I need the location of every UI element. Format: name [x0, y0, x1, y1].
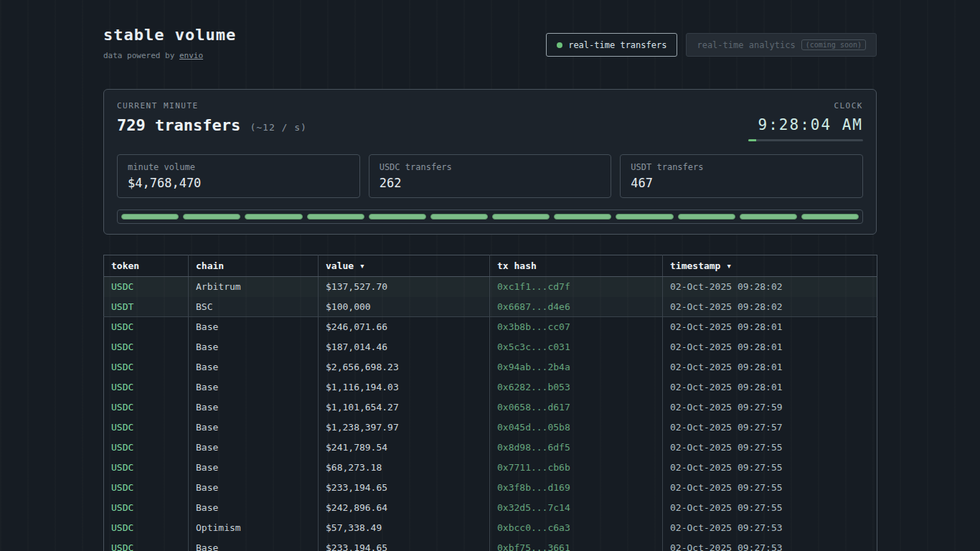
tx-hash-link[interactable]: 0x8d98...6df5 [490, 438, 663, 458]
table-header-row: token chain value ▾ tx hash timestamp ▾ [104, 255, 877, 277]
timestamp-cell: 02-Oct-2025 09:27:59 [663, 397, 877, 418]
clock-time: 9:28:04 AM [748, 116, 863, 133]
chain-cell: Base [189, 438, 319, 458]
value-cell: $233,194.65 [319, 478, 490, 498]
tx-hash-link[interactable]: 0x5c3c...c031 [490, 337, 663, 357]
page: stable volume data powered by envio real… [103, 0, 877, 551]
table-row: USDCBase$233,194.650xbf75...366102-Oct-2… [104, 538, 877, 551]
stat-value: 467 [631, 176, 852, 190]
chain-cell: Base [189, 478, 319, 498]
value-cell: $68,273.18 [319, 458, 490, 478]
token-cell: USDC [104, 518, 189, 538]
table-row: USDCBase$1,101,654.270x0658...d61702-Oct… [104, 397, 877, 418]
transfers-count-value: 729 transfers [117, 116, 240, 134]
token-cell: USDC [104, 458, 189, 478]
stat-label: minute volume [128, 162, 349, 172]
tab-label: real-time analytics [697, 40, 795, 50]
value-cell: $57,338.49 [319, 518, 490, 538]
tx-hash-link[interactable]: 0xc1f1...cd7f [490, 277, 663, 297]
column-header-timestamp-sort[interactable]: timestamp ▾ [663, 255, 877, 277]
tx-hash-link[interactable]: 0x6687...d4e6 [490, 297, 663, 317]
envio-link[interactable]: envio [179, 51, 203, 60]
activity-segment [678, 214, 735, 220]
chain-cell: Base [189, 397, 319, 418]
activity-segment [554, 214, 611, 220]
timestamp-cell: 02-Oct-2025 09:27:53 [663, 518, 877, 538]
activity-segment [801, 214, 859, 220]
token-cell: USDC [104, 337, 189, 357]
activity-segment [616, 214, 673, 220]
chain-cell: BSC [189, 297, 319, 317]
chain-cell: Base [189, 357, 319, 377]
tx-hash-link[interactable]: 0xbf75...3661 [490, 538, 663, 551]
stat-label: USDC transfers [380, 162, 601, 172]
table-row: USDCBase$1,116,194.030x6282...b05302-Oct… [104, 377, 877, 397]
brand: stable volume data powered by envio [103, 26, 236, 60]
activity-segment [121, 214, 179, 220]
table-row: USDCBase$68,273.180x7711...cb6b02-Oct-20… [104, 458, 877, 478]
tab-label: real-time transfers [568, 40, 666, 50]
activity-segment [307, 214, 364, 220]
tx-hash-link[interactable]: 0x32d5...7c14 [490, 498, 663, 518]
timestamp-cell: 02-Oct-2025 09:27:55 [663, 458, 877, 478]
activity-segment [430, 214, 488, 220]
current-minute-label: CURRENT MINUTE [117, 101, 307, 110]
stat-box-usdc-transfers: USDC transfers 262 [369, 154, 612, 198]
stat-box-usdt-transfers: USDT transfers 467 [620, 154, 863, 198]
token-cell: USDC [104, 317, 189, 337]
token-cell: USDT [104, 297, 189, 317]
tx-hash-link[interactable]: 0x3b8b...cc07 [490, 317, 663, 337]
subtitle-text: data powered by [103, 51, 179, 60]
timestamp-cell: 02-Oct-2025 09:27:57 [663, 418, 877, 438]
activity-segment [245, 214, 302, 220]
stats-top: CURRENT MINUTE 729 transfers (~12 / s) C… [117, 101, 863, 141]
token-cell: USDC [104, 538, 189, 551]
timestamp-cell: 02-Oct-2025 09:28:01 [663, 357, 877, 377]
column-header-value-sort[interactable]: value ▾ [319, 255, 490, 277]
tx-hash-link[interactable]: 0x7711...cb6b [490, 458, 663, 478]
chain-cell: Base [189, 458, 319, 478]
value-cell: $241,789.54 [319, 438, 490, 458]
transfers-count: 729 transfers (~12 / s) [117, 116, 307, 134]
live-dot-icon [557, 42, 562, 48]
tx-hash-link[interactable]: 0x045d...05b8 [490, 418, 663, 438]
token-cell: USDC [104, 377, 189, 397]
value-cell: $187,014.46 [319, 337, 490, 357]
timestamp-cell: 02-Oct-2025 09:28:01 [663, 377, 877, 397]
value-cell: $1,238,397.97 [319, 418, 490, 438]
page-title: stable volume [103, 26, 236, 44]
table-row: USDCBase$241,789.540x8d98...6df502-Oct-2… [104, 438, 877, 458]
table-row: USDCBase$187,014.460x5c3c...c03102-Oct-2… [104, 337, 877, 357]
timestamp-cell: 02-Oct-2025 09:27:55 [663, 438, 877, 458]
clock-label: CLOCK [748, 101, 863, 110]
transfers-rate: (~12 / s) [250, 122, 306, 133]
activity-segment [183, 214, 240, 220]
coming-soon-badge: (coming soon) [801, 39, 866, 50]
column-header-token: token [104, 255, 189, 277]
tx-hash-link[interactable]: 0x0658...d617 [490, 397, 663, 418]
value-cell: $233,194.65 [319, 538, 490, 551]
stat-boxes: minute volume $4,768,470 USDC transfers … [117, 154, 863, 198]
transfers-table: token chain value ▾ tx hash timestamp ▾ … [103, 255, 877, 551]
table-row: USDCOptimism$57,338.490xbcc0...c6a302-Oc… [104, 518, 877, 538]
table-row: USDCBase$242,896.640x32d5...7c1402-Oct-2… [104, 498, 877, 518]
table-row: USDCBase$2,656,698.230x94ab...2b4a02-Oct… [104, 357, 877, 377]
table-body: USDCArbitrum$137,527.700xc1f1...cd7f02-O… [104, 277, 877, 551]
tx-hash-link[interactable]: 0x3f8b...d169 [490, 478, 663, 498]
timestamp-cell: 02-Oct-2025 09:27:55 [663, 478, 877, 498]
clock-progress-bar [748, 139, 863, 141]
tab-realtime-analytics[interactable]: real-time analytics (coming soon) [686, 33, 877, 57]
minute-activity-bar [117, 209, 863, 224]
tx-hash-link[interactable]: 0x94ab...2b4a [490, 357, 663, 377]
tx-hash-link[interactable]: 0xbcc0...c6a3 [490, 518, 663, 538]
table-row: USDCBase$246,071.660x3b8b...cc0702-Oct-2… [104, 317, 877, 337]
token-cell: USDC [104, 277, 189, 297]
chain-cell: Base [189, 538, 319, 551]
tab-realtime-transfers[interactable]: real-time transfers [546, 33, 677, 57]
table-row: USDTBSC$100,0000x6687...d4e602-Oct-2025 … [104, 297, 877, 317]
chain-cell: Base [189, 377, 319, 397]
chain-cell: Arbitrum [189, 277, 319, 297]
tx-hash-link[interactable]: 0x6282...b053 [490, 377, 663, 397]
timestamp-cell: 02-Oct-2025 09:28:02 [663, 297, 877, 317]
stat-value: 262 [380, 176, 601, 190]
